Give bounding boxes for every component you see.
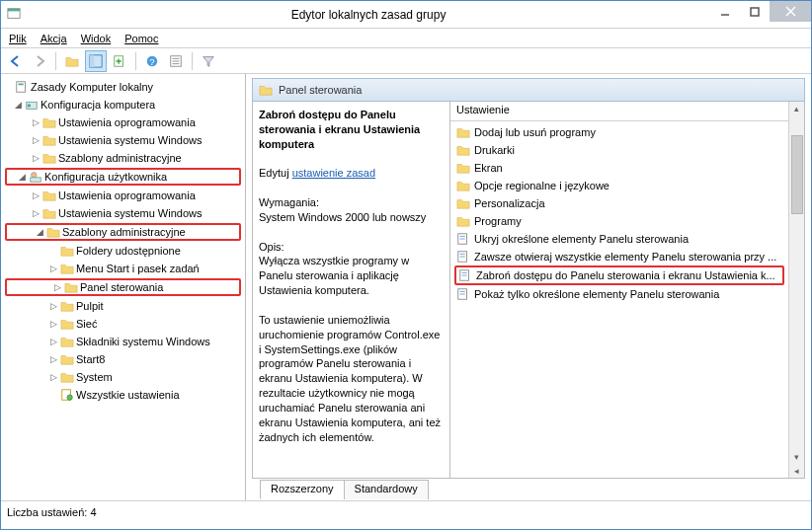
tab-standard[interactable]: Standardowy	[344, 480, 429, 499]
status-bar: Liczba ustawień: 4	[1, 500, 811, 522]
forward-button[interactable]	[29, 50, 50, 72]
minimize-button[interactable]	[710, 1, 740, 22]
tabs: Rozszerzony Standardowy	[252, 478, 805, 499]
window-title: Edytor lokalnych zasad grupy	[27, 8, 710, 22]
list-item[interactable]: Pokaż tylko określone elementy Panelu st…	[454, 285, 784, 303]
tree-item[interactable]: Pulpit	[76, 300, 104, 312]
list-item[interactable]: Opcje regionalne i językowe	[454, 177, 784, 194]
menu-action[interactable]: Akcja	[41, 33, 67, 44]
list-item[interactable]: Zawsze otwieraj wszystkie elementy Panel…	[454, 248, 784, 265]
svg-rect-3	[751, 8, 759, 16]
tree-root[interactable]: Zasady Komputer lokalny	[31, 81, 153, 93]
list-item[interactable]: Personalizacja	[454, 194, 784, 212]
tree-item[interactable]: Ustawienia oprogramowania	[58, 116, 196, 128]
properties-button[interactable]	[165, 50, 187, 72]
tree-item[interactable]: Menu Start i pasek zadań	[76, 263, 200, 274]
svg-rect-7	[90, 54, 94, 66]
menu-file[interactable]: Plik	[9, 33, 27, 44]
tree-item[interactable]: System	[76, 371, 113, 383]
scroll-down-icon[interactable]: ▾	[792, 450, 801, 464]
app-icon	[7, 7, 21, 23]
tree-item[interactable]: Sieć	[76, 318, 97, 330]
help-button[interactable]: ?	[141, 50, 163, 72]
list-item[interactable]: Ukryj określone elementy Panelu sterowan…	[454, 230, 784, 248]
description-pane: Zabroń dostępu do Panelu sterowania i ek…	[253, 102, 450, 478]
scroll-thumb[interactable]	[791, 135, 803, 214]
svg-point-19	[32, 173, 37, 178]
tree-item[interactable]: Foldery udostępnione	[76, 245, 181, 257]
folder-icon	[259, 83, 273, 97]
title-bar: Edytor lokalnych zasad grupy	[1, 1, 811, 29]
status-text: Liczba ustawień: 4	[7, 506, 97, 518]
scrollbar[interactable]: ▴ ▾ ◂	[788, 102, 804, 478]
maximize-button[interactable]	[740, 1, 770, 22]
tool-bar: ?	[1, 48, 811, 74]
edit-policy-link[interactable]: ustawienie zasad	[292, 167, 375, 179]
panel-header: Panel sterowania	[252, 78, 805, 102]
svg-text:?: ?	[149, 55, 154, 66]
show-tree-button[interactable]	[85, 50, 107, 72]
menu-bar: Plik Akcja Widok Pomoc	[1, 29, 811, 48]
up-button[interactable]	[61, 50, 83, 72]
back-button[interactable]	[5, 50, 27, 72]
tree-control-panel[interactable]: Panel sterowania	[80, 281, 163, 293]
list-item-selected[interactable]: Zabroń dostępu do Panelu sterowania i ek…	[454, 265, 784, 285]
scroll-left-icon[interactable]: ◂	[792, 464, 801, 478]
tab-extended[interactable]: Rozszerzony	[260, 480, 345, 499]
tree-item[interactable]: Ustawienia systemu Windows	[58, 134, 203, 146]
tree-admin-templates[interactable]: Szablony administracyjne	[62, 226, 186, 238]
close-button[interactable]	[770, 1, 811, 22]
tree-computer-config[interactable]: Konfiguracja komputera	[41, 99, 155, 111]
list-item[interactable]: Dodaj lub usuń programy	[454, 123, 784, 141]
panel-title: Panel sterowania	[279, 84, 362, 96]
list-header[interactable]: Ustawienie	[450, 102, 788, 121]
list-item[interactable]: Ekran	[454, 159, 784, 177]
svg-point-18	[28, 104, 32, 108]
scroll-up-icon[interactable]: ▴	[792, 102, 801, 115]
tree-item[interactable]: Ustawienia systemu Windows	[58, 207, 203, 219]
tree-item[interactable]: Wszystkie ustawienia	[76, 389, 180, 401]
right-pane: Panel sterowania Zabroń dostępu do Panel…	[246, 74, 811, 500]
settings-list: Ustawienie Dodaj lub usuń programy Druka…	[450, 102, 788, 478]
svg-rect-16	[19, 84, 24, 86]
tree-item[interactable]: Ustawienia oprogramowania	[58, 189, 196, 201]
setting-title: Zabroń dostępu do Panelu sterowania i ek…	[259, 109, 420, 150]
filter-button[interactable]	[198, 50, 219, 72]
tree-user-config[interactable]: Konfiguracja użytkownika	[44, 171, 167, 183]
tree-pane: Zasady Komputer lokalny ◢Konfiguracja ko…	[1, 74, 246, 500]
menu-help[interactable]: Pomoc	[124, 33, 158, 44]
svg-rect-1	[8, 8, 20, 11]
menu-view[interactable]: Widok	[81, 33, 112, 44]
list-item[interactable]: Programy	[454, 212, 784, 230]
tree-item[interactable]: Start8	[76, 353, 105, 365]
list-item[interactable]: Drukarki	[454, 141, 784, 159]
svg-point-22	[67, 395, 72, 400]
svg-rect-20	[31, 178, 41, 182]
tree-item[interactable]: Szablony administracyjne	[58, 152, 182, 164]
svg-rect-15	[17, 82, 26, 93]
tree-item[interactable]: Składniki systemu Windows	[76, 336, 210, 347]
export-button[interactable]	[109, 50, 130, 72]
